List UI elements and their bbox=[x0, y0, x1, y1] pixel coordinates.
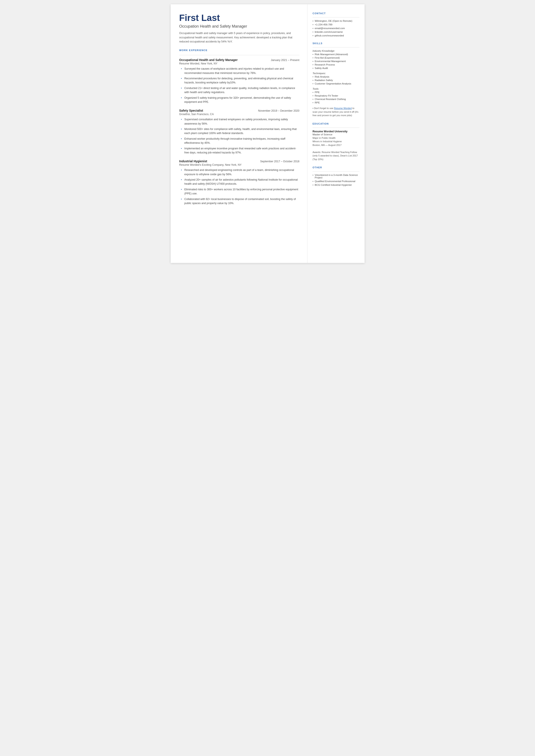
job-bullets-2: Researched and developed engineering con… bbox=[179, 168, 299, 205]
edu-institution-0: Resume Worded University bbox=[313, 130, 359, 133]
job-dates-1: November 2019 – December 2020 bbox=[258, 109, 299, 112]
contact-section: CONTACT Wilmington, DE (Open to Remote)+… bbox=[313, 12, 359, 37]
job-title-0: Occupational Health and Safety Manager bbox=[179, 58, 238, 62]
jobs-container: Occupational Health and Safety ManagerJa… bbox=[179, 58, 299, 205]
work-experience-header: WORK EXPERIENCE bbox=[179, 49, 299, 52]
other-header: OTHER bbox=[313, 166, 359, 170]
skills-category-label-1: Techniques: bbox=[313, 72, 359, 74]
edu-details-0: Major in Public HealthMinors in Industri… bbox=[313, 136, 359, 161]
edu-block-0: Resume Worded UniversityMaster of Scienc… bbox=[313, 130, 359, 161]
bullet-0-0: Surveyed the causes of workplace acciden… bbox=[181, 67, 299, 75]
skills-category-label-0: Industry Knowledge: bbox=[313, 49, 359, 52]
bullet-1-2: Enhanced worker productivity through inn… bbox=[181, 137, 299, 145]
job-company-2: Resume Worded's Exciting Company, New Yo… bbox=[179, 163, 299, 166]
job-block-0: Occupational Health and Safety ManagerJa… bbox=[179, 58, 299, 104]
resume-worded-link[interactable]: Resume Worded bbox=[334, 107, 352, 109]
education-section: EDUCATION Resume Worded UniversityMaster… bbox=[313, 123, 359, 161]
bullet-1-0: Supervised consultation and trained empl… bbox=[181, 118, 299, 126]
skill-item-1-0: Risk Analysis bbox=[313, 75, 359, 78]
bullet-2-0: Researched and developed engineering con… bbox=[181, 168, 299, 177]
job-company-1: Growthsi, San Francisco, CA bbox=[179, 113, 299, 116]
bullet-2-3: Collaborated with 92+ local businesses t… bbox=[181, 197, 299, 206]
contact-item-3: linkedin.com/in/username bbox=[313, 31, 359, 33]
job-bullets-1: Supervised consultation and trained empl… bbox=[179, 118, 299, 155]
contact-item-1: +1-234-456-789 bbox=[313, 23, 359, 26]
job-bullets-0: Surveyed the causes of workplace acciden… bbox=[179, 67, 299, 104]
main-column: First Last Occupation Health and Safety … bbox=[171, 4, 307, 263]
sidebar: CONTACT Wilmington, DE (Open to Remote)+… bbox=[307, 4, 365, 263]
job-company-0: Resume Worded, New York, NY bbox=[179, 62, 299, 65]
job-title-2: Industrial Hygienist bbox=[179, 159, 207, 163]
other-section: OTHER Volunteered in a 3-month Data Scie… bbox=[313, 166, 359, 186]
skills-category-label-2: Tools: bbox=[313, 88, 359, 90]
job-block-2: Industrial HygienistSeptember 2017 – Oct… bbox=[179, 159, 299, 205]
contact-item-4: github.com/resumeworded bbox=[313, 34, 359, 37]
bullet-1-3: Implemented an employee incentive progra… bbox=[181, 147, 299, 155]
education-header: EDUCATION bbox=[313, 123, 359, 126]
skills-category-2: Tools:PPERespiratory Fit TesterChemical … bbox=[313, 88, 359, 104]
other-content: Volunteered in a 3-month Data Science Pr… bbox=[313, 174, 359, 186]
contact-divider bbox=[313, 17, 359, 17]
resume-document: First Last Occupation Health and Safety … bbox=[171, 4, 365, 263]
contact-items: Wilmington, DE (Open to Remote)+1-234-45… bbox=[313, 20, 359, 37]
bullet-0-3: Organized 5 safety training programs for… bbox=[181, 96, 299, 104]
tip-box: • Don't forget to use Resume Worded to s… bbox=[313, 106, 359, 117]
bullet-2-2: Eliminated risks to 300+ workers across … bbox=[181, 187, 299, 196]
bullet-2-1: Analyzed 20+ samples of air for asbestos… bbox=[181, 178, 299, 186]
job-block-1: Safety SpecialistNovember 2019 – Decembe… bbox=[179, 109, 299, 155]
bullet-0-2: Conducted 21+ direct testing of air and … bbox=[181, 86, 299, 95]
job-title-1: Safety Specialist bbox=[179, 109, 203, 112]
contact-item-2: email@resumeworded.com bbox=[313, 27, 359, 30]
other-item-1: Qualified Environmental Professional bbox=[313, 180, 359, 182]
education-divider bbox=[313, 127, 359, 128]
contact-item-0: Wilmington, DE (Open to Remote) bbox=[313, 20, 359, 22]
job-dates-2: September 2017 – October 2018 bbox=[260, 160, 299, 163]
skills-divider bbox=[313, 47, 359, 47]
candidate-summary: Occupational health and safety manager w… bbox=[179, 31, 299, 44]
other-item-0: Volunteered in a 3-month Data Science Pr… bbox=[313, 174, 359, 179]
candidate-name: First Last bbox=[179, 13, 299, 23]
skill-item-1-1: Radiation Safety bbox=[313, 79, 359, 81]
bullet-1-1: Monitored 500+ sites for compliance with… bbox=[181, 127, 299, 136]
skill-item-1-2: Customer Segmentation Analysis bbox=[313, 82, 359, 85]
skills-category-0: Industry Knowledge:Risk Management (Adva… bbox=[313, 49, 359, 70]
skill-item-0-4: Safety Audit bbox=[313, 67, 359, 70]
skill-item-0-1: First Aid (Experienced) bbox=[313, 56, 359, 59]
skill-item-2-3: RPE bbox=[313, 101, 359, 104]
contact-header: CONTACT bbox=[313, 12, 359, 15]
candidate-title: Occupation Health and Safety Manager bbox=[179, 24, 299, 29]
edu-degree-0: Master of Science bbox=[313, 133, 359, 136]
skill-item-0-3: Research Process bbox=[313, 63, 359, 66]
skill-item-2-1: Respiratory Fit Tester bbox=[313, 95, 359, 97]
skill-item-0-0: Risk Management (Advanced) bbox=[313, 53, 359, 56]
skills-header: SKILLS bbox=[313, 42, 359, 45]
other-item-2: BCG Certified Industrial Hygienist bbox=[313, 183, 359, 186]
job-header-2: Industrial HygienistSeptember 2017 – Oct… bbox=[179, 159, 299, 163]
other-divider bbox=[313, 171, 359, 172]
skills-category-1: Techniques:Risk AnalysisRadiation Safety… bbox=[313, 72, 359, 85]
job-header-0: Occupational Health and Safety ManagerJa… bbox=[179, 58, 299, 62]
bullet-0-1: Recommended procedures for detecting, pr… bbox=[181, 76, 299, 85]
skill-item-0-2: Environmental Management bbox=[313, 60, 359, 63]
education-content: Resume Worded UniversityMaster of Scienc… bbox=[313, 130, 359, 161]
skill-item-2-0: PPE bbox=[313, 91, 359, 94]
skills-content: Industry Knowledge:Risk Management (Adva… bbox=[313, 49, 359, 104]
skill-item-2-2: Chemical Resistant Clothing bbox=[313, 98, 359, 100]
job-header-1: Safety SpecialistNovember 2019 – Decembe… bbox=[179, 109, 299, 112]
skills-section: SKILLS Industry Knowledge:Risk Managemen… bbox=[313, 42, 359, 117]
job-dates-0: January 2021 – Present bbox=[271, 59, 299, 62]
